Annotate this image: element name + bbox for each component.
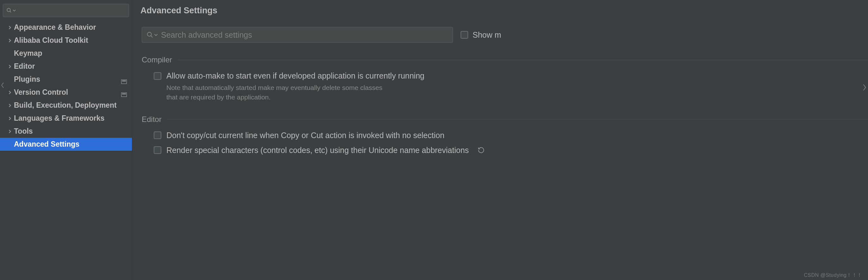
sidebar-item-label: Version Control: [14, 88, 121, 96]
sidebar-item-label: Alibaba Cloud Toolkit: [14, 36, 128, 45]
checkbox[interactable]: [154, 72, 161, 80]
expand-icon: [6, 130, 14, 133]
sidebar-item-editor[interactable]: Editor: [0, 60, 132, 73]
svg-point-0: [7, 8, 10, 12]
sidebar-item-label: Advanced Settings: [14, 140, 128, 148]
chevron-down-icon: [154, 33, 158, 37]
svg-rect-4: [121, 92, 127, 96]
svg-rect-3: [122, 80, 126, 81]
sidebar-item-label: Languages & Frameworks: [14, 114, 128, 122]
section-editor: Editor Don't copy/cut current line when …: [142, 115, 868, 155]
forward-nav-icon[interactable]: [861, 81, 868, 94]
advanced-search-input[interactable]: [161, 30, 448, 39]
svg-rect-2: [121, 80, 127, 84]
settings-nav: Appearance & BehaviorAlibaba Cloud Toolk…: [0, 21, 132, 280]
sidebar-item-alibaba-cloud-toolkit[interactable]: Alibaba Cloud Toolkit: [0, 34, 132, 47]
sidebar-item-label: Editor: [14, 62, 128, 71]
option-label: Don't copy/cut current line when Copy or…: [166, 131, 444, 140]
back-nav-icon[interactable]: [0, 80, 5, 90]
section-compiler: Compiler Allow auto-make to start even i…: [142, 55, 868, 102]
section-title: Editor: [142, 115, 162, 124]
watermark: CSDN @Studying！！！: [804, 272, 862, 279]
expand-icon: [6, 117, 14, 120]
option-render-special-chars[interactable]: Render special characters (control codes…: [154, 146, 868, 155]
section-title: Compiler: [142, 55, 172, 64]
sidebar-item-label: Plugins: [14, 75, 121, 84]
sidebar-item-keymap[interactable]: Keymap: [0, 47, 132, 60]
sidebar: Appearance & BehaviorAlibaba Cloud Toolk…: [0, 0, 132, 280]
main-panel: Advanced Settings Show m Compiler Allow …: [132, 0, 868, 280]
divider: [167, 119, 868, 119]
sidebar-item-build-execution-deployment[interactable]: Build, Execution, Deployment: [0, 99, 132, 112]
expand-icon: [6, 91, 14, 94]
checkbox[interactable]: [154, 146, 161, 154]
show-modified-checkbox[interactable]: [461, 31, 468, 39]
reset-icon[interactable]: [478, 147, 485, 153]
expand-icon: [6, 39, 14, 43]
sidebar-item-advanced-settings[interactable]: Advanced Settings: [0, 138, 132, 151]
expand-icon: [6, 104, 14, 107]
option-label: Allow auto-make to start even if develop…: [166, 71, 425, 80]
search-icon: [6, 8, 12, 13]
sidebar-item-tools[interactable]: Tools: [0, 125, 132, 138]
sidebar-search[interactable]: [3, 4, 129, 17]
option-allow-automake[interactable]: Allow auto-make to start even if develop…: [154, 71, 868, 80]
advanced-search[interactable]: [142, 27, 453, 43]
svg-rect-5: [122, 93, 126, 94]
sidebar-item-label: Build, Execution, Deployment: [14, 101, 128, 110]
svg-point-6: [147, 32, 152, 36]
search-icon: [147, 31, 153, 38]
sidebar-item-appearance-behavior[interactable]: Appearance & Behavior: [0, 21, 132, 34]
divider: [178, 60, 868, 60]
sidebar-item-version-control[interactable]: Version Control: [0, 86, 132, 99]
expand-icon: [6, 26, 14, 29]
sidebar-item-label: Appearance & Behavior: [14, 23, 128, 32]
sidebar-item-label: Tools: [14, 127, 128, 136]
chevron-down-icon: [13, 9, 16, 12]
option-copy-cut-line[interactable]: Don't copy/cut current line when Copy or…: [154, 131, 868, 140]
svg-line-7: [151, 36, 153, 38]
page-title: Advanced Settings: [141, 6, 868, 16]
expand-icon: [6, 65, 14, 68]
option-note: Note that automatically started make may…: [166, 83, 868, 102]
option-label: Render special characters (control codes…: [166, 146, 469, 155]
project-badge-icon: [121, 77, 127, 82]
show-modified-label: Show m: [473, 30, 501, 39]
sidebar-item-languages-frameworks[interactable]: Languages & Frameworks: [0, 112, 132, 125]
checkbox[interactable]: [154, 132, 161, 139]
show-modified-toggle[interactable]: Show m: [461, 30, 501, 39]
sidebar-item-label: Keymap: [14, 49, 128, 58]
project-badge-icon: [121, 90, 127, 95]
svg-line-1: [10, 11, 11, 12]
sidebar-item-plugins[interactable]: Plugins: [0, 73, 132, 86]
